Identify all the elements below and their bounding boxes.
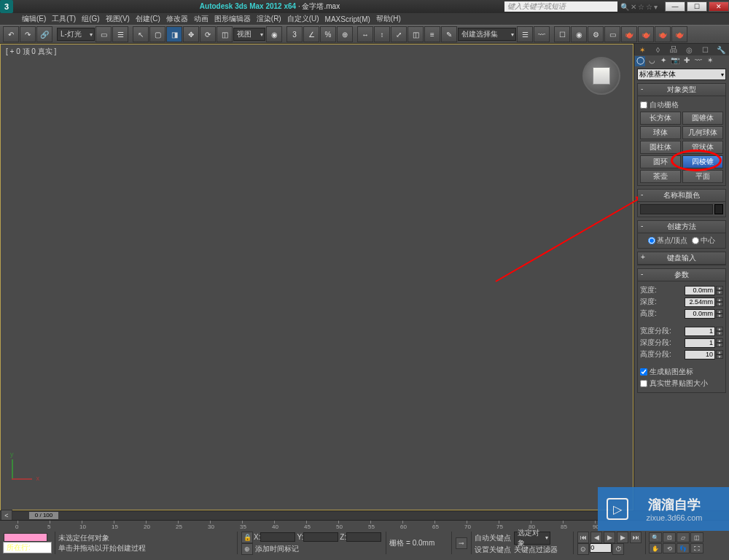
menu-views[interactable]: 视图(V) (106, 14, 130, 24)
timetag-icon[interactable]: ⊕ (241, 543, 253, 555)
menu-help[interactable]: 帮助(H) (376, 14, 401, 24)
menu-create[interactable]: 创建(C) (136, 14, 160, 24)
maximize-button[interactable]: ☐ (687, 1, 707, 12)
add-time-tag[interactable]: 添加时间标记 (255, 544, 299, 554)
minimize-button[interactable]: — (665, 1, 685, 12)
setkey-icon[interactable]: ⊸ (456, 537, 467, 549)
menu-animation[interactable]: 动画 (194, 14, 208, 24)
height-spinner[interactable] (685, 309, 715, 319)
snap-y-button[interactable]: ↕ (374, 26, 390, 42)
coord-y-input[interactable] (303, 532, 338, 542)
menu-rendering[interactable]: 渲染(R) (257, 14, 281, 24)
color-swatch[interactable] (714, 204, 723, 214)
menu-tools[interactable]: 工具(T) (52, 14, 76, 24)
max-toggle-button[interactable]: ⛶ (690, 543, 703, 553)
obj-cylinder[interactable]: 圆柱体 (640, 141, 681, 154)
render-setup-button[interactable]: ⚙ (588, 26, 604, 42)
schematic-button[interactable]: ☐ (554, 26, 570, 42)
helpers-icon[interactable]: ✚ (682, 56, 692, 66)
viewport-label[interactable]: [ + 0 顶 0 真实 ] (6, 47, 56, 57)
rollout-create-method[interactable]: 创建方法 (638, 221, 725, 233)
snap-z-button[interactable]: ⤢ (391, 26, 407, 42)
pivot-button[interactable]: ◉ (266, 26, 282, 42)
mirror-button[interactable]: ◫ (408, 26, 424, 42)
prev-frame-button[interactable]: ◀ (590, 532, 602, 543)
obj-cone[interactable]: 圆锥体 (682, 112, 723, 125)
menu-modifiers[interactable]: 修改器 (166, 14, 188, 24)
spacewarps-icon[interactable]: 〰 (693, 56, 703, 66)
setkey-button[interactable]: 设置关键点 (475, 545, 511, 555)
autokey-button[interactable]: 自动关键点 (475, 533, 511, 543)
link-button[interactable]: 🔗 (36, 26, 52, 42)
tab-create[interactable]: ✶ (637, 46, 647, 54)
percent-snap-button[interactable]: % (320, 26, 336, 42)
time-config-button[interactable]: ⏱ (612, 543, 624, 555)
obj-sphere[interactable]: 球体 (640, 126, 681, 139)
curve-editor-button[interactable]: 〰 (534, 26, 550, 42)
width-spinner[interactable] (685, 286, 715, 295)
snap-x-button[interactable]: ↔ (357, 26, 373, 42)
coord-x-input[interactable] (260, 532, 295, 542)
align-button[interactable]: ≡ (424, 26, 440, 42)
angle-snap-button[interactable]: ∠ (303, 26, 319, 42)
selection-filter-dropdown[interactable]: L-灯光 (57, 28, 95, 41)
teapot2-button[interactable]: 🫖 (655, 26, 671, 42)
cursor-tool-button[interactable]: ↖ (133, 26, 149, 42)
ref-coord-dropdown[interactable]: 视图 (233, 28, 265, 41)
named-selection-dropdown[interactable]: 创建选择集 (458, 28, 516, 41)
zoom-region-button[interactable]: ◫ (690, 532, 703, 542)
tab-display[interactable]: ☐ (700, 46, 710, 54)
goto-end-button[interactable]: ⏭ (630, 532, 642, 543)
method-base-radio[interactable]: 基点/顶点 (648, 236, 688, 246)
current-frame-input[interactable] (590, 543, 612, 553)
select-name-button[interactable]: ☰ (112, 26, 128, 42)
depth-spinner[interactable] (685, 298, 715, 307)
cameras-icon[interactable]: 📷 (670, 56, 680, 66)
menu-edit[interactable]: 编辑(E) (22, 14, 46, 24)
obj-teapot[interactable]: 茶壶 (640, 170, 681, 183)
play-button[interactable]: ▶ (604, 532, 615, 543)
close-button[interactable]: ✕ (709, 1, 729, 12)
window-crossing-button[interactable]: ◨ (166, 26, 182, 42)
quick-render-button[interactable]: 🫖 (621, 26, 637, 42)
zoom-button[interactable]: 🔍 (649, 532, 662, 542)
walk-button[interactable]: 👣 (677, 543, 690, 553)
gen-mapping-checkbox[interactable]: 生成贴图坐标 (640, 367, 723, 377)
redo-button[interactable]: ↷ (20, 26, 36, 42)
tab-utilities[interactable]: 🔧 (716, 46, 726, 54)
dseg-spinner[interactable] (685, 338, 715, 348)
time-slider-thumb[interactable]: 0 / 100 (29, 512, 58, 519)
move-button[interactable]: ✥ (183, 26, 199, 42)
lights-icon[interactable]: ✦ (658, 56, 668, 66)
region-rect-button[interactable]: ▢ (149, 26, 165, 42)
render-frame-button[interactable]: ▭ (604, 26, 620, 42)
layer-button[interactable]: ☰ (517, 26, 533, 42)
info-center-icons[interactable]: 🔍✕☆☆▾ (620, 3, 658, 11)
realworld-checkbox[interactable]: 真实世界贴图大小 (640, 378, 723, 389)
geometry-icon[interactable]: ◯ (635, 56, 645, 66)
method-center-radio[interactable]: 中心 (692, 236, 715, 246)
obj-plane[interactable]: 平面 (682, 170, 723, 183)
pan-button[interactable]: ✋ (649, 543, 662, 553)
keyfilter-dropdown[interactable]: 选定对象 (514, 532, 550, 545)
help-search-input[interactable]: 键入关键字或短语 (504, 1, 617, 12)
menu-maxscript[interactable]: MAXScript(M) (325, 15, 370, 23)
viewcube[interactable] (582, 57, 620, 95)
tab-modify[interactable]: ◊ (652, 46, 663, 54)
snap-3d-button[interactable]: 3 (286, 26, 303, 42)
orbit-button[interactable]: ⟲ (663, 543, 676, 553)
object-name-input[interactable] (640, 204, 713, 214)
key-mode-button[interactable]: ⊙ (577, 543, 589, 555)
lock-icon[interactable]: 🔒 (241, 532, 253, 543)
wseg-spinner[interactable] (685, 327, 715, 336)
teapot3-button[interactable]: 🫖 (671, 26, 687, 42)
tab-motion[interactable]: ◎ (685, 46, 695, 54)
shapes-icon[interactable]: ◡ (647, 56, 657, 66)
rollout-parameters[interactable]: 参数 (638, 269, 725, 281)
hseg-spinner[interactable] (685, 350, 715, 359)
tab-hierarchy[interactable]: 品 (668, 44, 679, 55)
material-editor-button[interactable]: ◉ (571, 26, 587, 42)
select-button[interactable]: ▭ (95, 26, 112, 42)
zoom-all-button[interactable]: ⊡ (663, 532, 676, 542)
obj-geosphere[interactable]: 几何球体 (682, 126, 723, 139)
